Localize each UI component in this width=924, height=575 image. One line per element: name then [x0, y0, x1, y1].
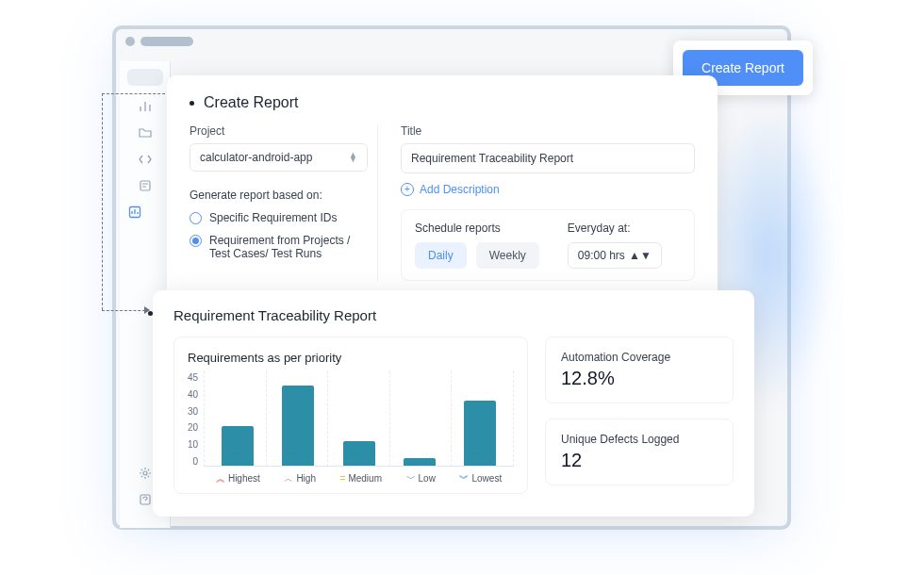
schedule-weekly-button[interactable]: Weekly	[476, 242, 539, 269]
updown-icon: ▲▼	[349, 153, 357, 162]
title-label: Title	[401, 124, 695, 138]
sidebar-search-slot	[127, 69, 163, 86]
updown-icon: ▲▼	[629, 249, 652, 262]
x-label-medium: =Medium	[340, 473, 382, 484]
svg-point-2	[143, 471, 147, 475]
project-select[interactable]: calculator-android-app ▲▼	[190, 143, 368, 172]
priority-icon: ﹀	[406, 474, 416, 484]
priority-icon: ︿	[284, 474, 293, 484]
add-description-link[interactable]: + Add Description	[401, 183, 695, 196]
analytics-icon[interactable]	[120, 99, 170, 114]
schedule-box: Schedule reports Daily Weekly Everyday a…	[401, 209, 695, 281]
radio-icon	[190, 212, 202, 224]
priority-icon: =	[340, 474, 346, 484]
schedule-daily-button[interactable]: Daily	[415, 242, 467, 269]
plus-circle-icon: +	[401, 183, 414, 196]
chart-title: Requirements as per priority	[188, 351, 514, 365]
panel-title: Create Report	[204, 94, 299, 111]
unique-defects-label: Unique Defects Logged	[561, 433, 718, 446]
bar-medium	[343, 441, 375, 467]
x-label-lowest: ︾Lowest	[459, 473, 502, 484]
y-axis: 45403020100	[188, 370, 204, 484]
schedule-label: Schedule reports	[415, 222, 539, 235]
unique-defects-value: 12	[561, 450, 718, 471]
bar-high	[282, 386, 314, 467]
unique-defects-card: Unique Defects Logged 12	[545, 419, 734, 485]
svg-rect-0	[140, 181, 150, 190]
note-icon[interactable]	[120, 178, 170, 193]
priority-icon: ︾	[459, 474, 469, 484]
bar-lowest	[464, 401, 496, 467]
radio-projects-label: Requirement from Projects / Test Cases/ …	[209, 234, 368, 260]
report-panel: Requirement Traceability Report Requirem…	[153, 290, 754, 517]
generate-label: Generate report based on:	[190, 189, 368, 202]
priority-icon: ︽	[216, 474, 225, 484]
baseline	[204, 466, 514, 467]
project-select-value: calculator-android-app	[200, 151, 312, 164]
report-title: Requirement Traceability Report	[173, 307, 734, 323]
x-axis-labels: ︽Highest︿High=Medium﹀Low︾Lowest	[204, 473, 514, 484]
bar-highest	[222, 426, 254, 467]
reports-icon[interactable]: Rep	[120, 205, 170, 220]
bar-chart: 45403020100 ︽Highest︿High=Medium﹀Low︾Low…	[188, 370, 514, 484]
folder-icon[interactable]	[120, 125, 170, 140]
window-control-dot	[125, 37, 135, 46]
window-url-pill	[140, 37, 193, 46]
automation-coverage-label: Automation Coverage	[561, 351, 718, 364]
radio-icon	[190, 235, 202, 247]
radio-from-projects[interactable]: Requirement from Projects / Test Cases/ …	[190, 234, 368, 260]
connector-line	[102, 93, 170, 94]
time-select[interactable]: 09:00 hrs ▲▼	[568, 242, 662, 269]
bars-container	[204, 370, 514, 467]
header-dot-icon	[190, 101, 194, 106]
panel-header: Create Report	[190, 94, 695, 111]
project-label: Project	[190, 124, 368, 138]
automation-coverage-card: Automation Coverage 12.8%	[545, 337, 734, 403]
everyday-label: Everyday at:	[568, 222, 662, 235]
radio-specific-label: Specific Requirement IDs	[209, 211, 337, 224]
code-icon[interactable]	[120, 152, 170, 167]
connector-line	[102, 310, 145, 311]
x-label-low: ﹀Low	[406, 473, 436, 484]
time-value: 09:00 hrs	[578, 249, 625, 262]
x-label-highest: ︽Highest	[216, 473, 260, 484]
create-report-panel: Create Report Project calculator-android…	[167, 75, 718, 302]
add-description-label: Add Description	[420, 183, 500, 196]
connector-line	[102, 93, 103, 310]
priority-chart-card: Requirements as per priority 45403020100…	[173, 337, 528, 494]
title-input[interactable]	[401, 143, 695, 173]
connector-dot-icon	[148, 311, 153, 316]
x-label-high: ︿High	[284, 473, 316, 484]
radio-specific-ids[interactable]: Specific Requirement IDs	[190, 211, 368, 224]
automation-coverage-value: 12.8%	[561, 368, 718, 389]
